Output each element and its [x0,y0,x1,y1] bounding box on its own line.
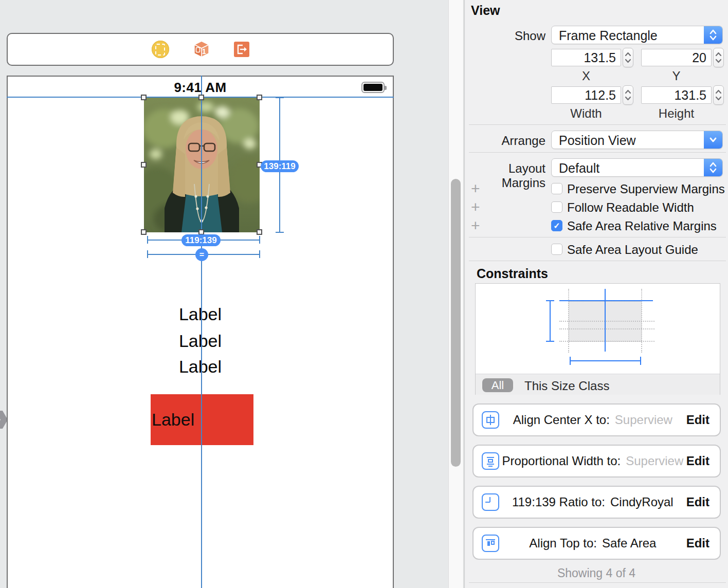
view-controller-icon[interactable] [152,41,169,58]
proportional-width-icon [482,452,499,470]
selection-handle[interactable] [257,95,262,100]
proportional-width-cap-left [147,250,148,258]
x-stepper[interactable] [623,48,633,67]
safe-area-layout-guide-checkbox[interactable] [551,244,562,255]
constraint-target: Safe Area [602,536,656,550]
popup-updown-icon [704,159,722,176]
height-axis-label: Height [641,106,712,121]
constraint-row-align-center-x[interactable]: Align Center X to:Superview Edit [472,403,721,436]
red-view[interactable]: Label [151,394,253,445]
selection-handle[interactable] [141,229,147,235]
size-class-bar: All This Size Class [476,374,720,395]
safe-area-relative-margins-checkbox[interactable]: ✓ [551,220,562,231]
constraint-row-aspect-ratio[interactable]: 119:139 Ratio to:CindyRoyal Edit [472,486,721,519]
constraints-count-footer: Showing 4 of 4 [465,566,728,580]
first-responder-icon[interactable]: 1 [192,40,211,59]
popup-updown-icon [704,26,722,44]
constraint-target: Superview [626,454,683,468]
edit-button[interactable]: Edit [686,454,709,468]
height-stepper[interactable] [713,85,724,105]
width-field[interactable]: 112.5 [551,86,621,104]
constraint-text: Align Center X to:Superview [499,413,686,427]
edit-button[interactable]: Edit [686,495,709,509]
size-class-this-segment[interactable]: This Size Class [524,379,609,393]
width-axis-label: Width [551,106,621,121]
constraints-section-title: Constraints [477,266,548,281]
y-field[interactable]: 20 [641,49,712,66]
diagram-height-cap [546,341,554,342]
diagram-width-cap [570,357,571,365]
equal-constraint-badge[interactable]: = [195,248,208,261]
ui-label-3[interactable]: Label [7,357,394,377]
diagram-height-cap [546,300,554,301]
aspect-ratio-badge-horizontal[interactable]: 119:139 [181,234,221,246]
aspect-ratio-icon [482,493,499,511]
red-view-label[interactable]: Label [152,410,194,430]
y-stepper[interactable] [713,48,724,67]
divider [469,152,726,153]
constraint-row-proportional-width[interactable]: Proportional Width to:Superview Edit [472,445,721,477]
constraint-description: Align Center X to: [513,413,610,427]
show-label: Show [465,29,545,43]
inspector-section-title: View [471,3,500,18]
show-popup-value: Frame Rectangle [559,28,658,43]
exit-segue-icon[interactable] [234,42,249,57]
add-variation-button[interactable]: + [471,182,480,195]
height-field[interactable]: 131.5 [641,86,712,104]
align-top-icon [482,535,499,552]
add-variation-button[interactable]: + [471,201,480,213]
center-x-guide [201,76,202,588]
divider [469,124,726,125]
layout-margins-popup[interactable]: Default [551,158,723,177]
follow-readable-width-checkbox[interactable] [551,201,562,213]
diagram-top-constraint [559,300,653,301]
divider [469,582,726,583]
width-dimension-cap-right [259,236,260,244]
canvas-scrollbar-thumb[interactable] [451,179,461,467]
y-axis-label: Y [641,69,712,83]
battery-icon [361,82,385,93]
width-dimension-cap-left [147,236,148,244]
diagram-width-cap [640,357,641,365]
layout-margins-popup-value: Default [559,161,599,176]
align-center-x-icon [482,411,499,429]
ui-label-2[interactable]: Label [7,331,394,351]
constraint-text: Proportional Width to:Superview [499,454,686,468]
view-controller-dashed-square [155,44,165,56]
show-popup[interactable]: Frame Rectangle [551,26,723,44]
preserve-superview-margins-checkbox[interactable] [551,183,562,194]
selection-handle[interactable] [141,162,147,168]
edit-button[interactable]: Edit [686,413,709,427]
exit-door-glyph [235,43,248,56]
stepper-arrows-icon [623,49,633,66]
ui-label-1[interactable]: Label [7,304,394,324]
arrange-popup-value: Position View [559,133,636,148]
diagram-dotted-line [559,341,654,342]
selection-handle[interactable] [257,229,262,235]
diagram-dotted-line [559,328,654,329]
constraint-target: Superview [615,413,672,427]
arrange-popup[interactable]: Position View [551,131,723,149]
safe-area-layout-guide-label: Safe Area Layout Guide [567,244,698,256]
x-axis-label: X [551,69,621,83]
height-dimension-cap-top [276,97,284,98]
add-variation-button[interactable]: + [471,219,480,232]
x-field[interactable]: 131.5 [551,49,621,66]
stepper-arrows-icon [714,49,723,66]
aspect-ratio-badge-vertical[interactable]: 139:119 [261,160,299,172]
edit-button[interactable]: Edit [686,536,709,550]
constraint-description: Proportional Width to: [502,454,621,468]
constraint-row-align-top[interactable]: Align Top to:Safe Area Edit [472,527,721,560]
selection-handle[interactable] [198,95,204,100]
constraint-text: Align Top to:Safe Area [499,536,686,550]
svg-text:1: 1 [202,47,206,56]
size-class-all-segment[interactable]: All [482,378,513,392]
arrange-label: Arrange [465,134,545,148]
height-dimension-cap-bottom [276,232,284,233]
constraints-diagram: All This Size Class [475,283,720,395]
width-stepper[interactable] [623,85,633,105]
diagram-centerx-constraint [605,289,606,352]
selection-handle[interactable] [141,95,147,100]
constraint-description: Align Top to: [529,536,597,550]
constraint-target: CindyRoyal [610,495,674,509]
